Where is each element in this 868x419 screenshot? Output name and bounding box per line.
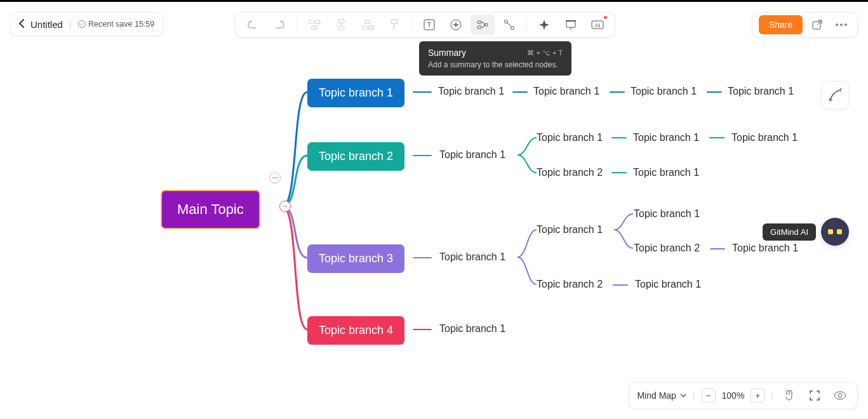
leaf-node[interactable]: Topic branch 1 bbox=[537, 132, 603, 143]
mind-map-canvas[interactable]: Main Topic − Topic branch 1 Topic branch… bbox=[0, 2, 868, 419]
leaf-node[interactable]: Topic branch 1 bbox=[439, 149, 505, 161]
leaf-node[interactable]: Topic branch 1 bbox=[439, 251, 505, 263]
fit-screen-icon[interactable] bbox=[805, 386, 824, 405]
branch-node[interactable]: Topic branch 2 bbox=[307, 142, 404, 171]
leaf-node[interactable]: Topic branch 1 bbox=[633, 167, 699, 178]
leaf-node[interactable]: Topic branch 1 bbox=[635, 279, 701, 290]
leaf-node[interactable]: Topic branch 1 bbox=[732, 243, 798, 254]
zoom-in-button[interactable]: + bbox=[751, 389, 765, 402]
branch-node[interactable]: Topic branch 4 bbox=[307, 316, 404, 345]
chevron-down-icon bbox=[680, 394, 686, 397]
leaf-node[interactable]: Topic branch 2 bbox=[634, 243, 700, 254]
bottom-bar: Mind Map | − 100% + | bbox=[629, 382, 858, 409]
zoom-level: 100% bbox=[722, 390, 745, 401]
leaf-node[interactable]: Topic branch 1 bbox=[631, 86, 697, 97]
branch-node[interactable]: Topic branch 3 bbox=[307, 244, 404, 273]
leaf-node[interactable]: Topic branch 1 bbox=[438, 86, 504, 97]
zoom-out-button[interactable]: − bbox=[702, 389, 716, 402]
root-node[interactable]: Main Topic bbox=[161, 190, 260, 229]
preview-icon[interactable] bbox=[831, 386, 850, 405]
layout-select[interactable]: Mind Map bbox=[637, 390, 686, 401]
leaf-node[interactable]: Topic branch 1 bbox=[731, 132, 798, 143]
leaf-node[interactable]: Topic branch 1 bbox=[533, 86, 599, 97]
svg-point-28 bbox=[838, 394, 842, 397]
leaf-node[interactable]: Topic branch 1 bbox=[537, 224, 603, 236]
hand-tool-icon[interactable] bbox=[780, 386, 799, 405]
leaf-node[interactable]: Topic branch 2 bbox=[537, 279, 603, 290]
leaf-node[interactable]: Topic branch 1 bbox=[439, 323, 505, 335]
leaf-node[interactable]: Topic branch 2 bbox=[537, 167, 603, 178]
leaf-node[interactable]: Topic branch 1 bbox=[634, 208, 700, 220]
branch-node[interactable]: Topic branch 1 bbox=[307, 79, 404, 107]
collapse-toggle[interactable]: − bbox=[279, 201, 291, 212]
leaf-node[interactable]: Topic branch 1 bbox=[633, 132, 699, 143]
leaf-node[interactable]: Topic branch 1 bbox=[728, 86, 794, 97]
node-more-icon[interactable] bbox=[269, 172, 281, 183]
layout-label: Mind Map bbox=[637, 390, 676, 401]
